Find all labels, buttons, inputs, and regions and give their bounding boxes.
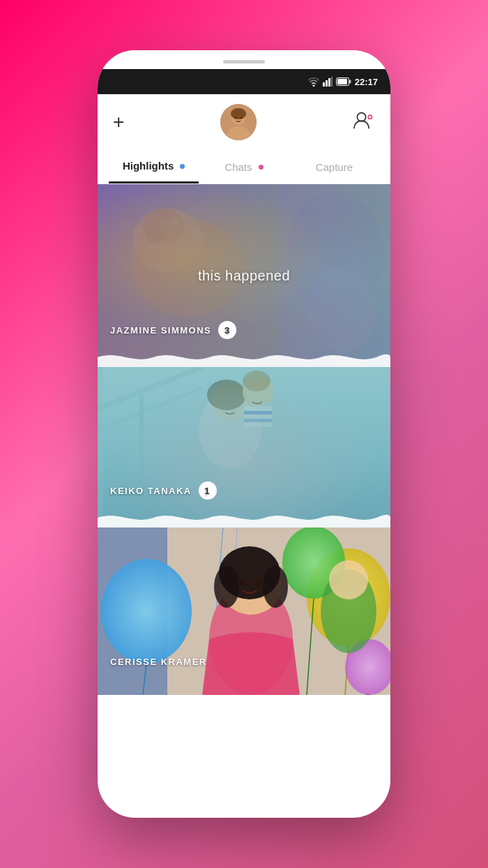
- svg-rect-5: [349, 80, 351, 84]
- svg-point-57: [255, 581, 261, 586]
- status-bar: 22:17: [98, 69, 390, 94]
- story-card-keiko[interactable]: KEIKO TANAKA 1: [98, 367, 390, 527]
- svg-rect-3: [331, 77, 333, 87]
- tabs-bar: Highlights Chats Capture: [98, 150, 390, 184]
- wifi-icon: [308, 77, 319, 87]
- tab-chats[interactable]: Chats: [199, 151, 289, 183]
- svg-rect-2: [328, 78, 330, 87]
- story-count-keiko: 1: [199, 481, 217, 500]
- svg-point-55: [263, 566, 288, 608]
- story-image-3: [98, 527, 390, 695]
- svg-point-11: [235, 117, 237, 119]
- add-button[interactable]: +: [113, 111, 124, 133]
- wavy-divider-2: [98, 508, 390, 527]
- svg-point-13: [357, 113, 365, 121]
- svg-point-59: [329, 560, 368, 599]
- svg-rect-0: [323, 82, 325, 87]
- status-icons: 22:17: [308, 77, 378, 87]
- story-name-jazmine: JAZMINE SIMMONS: [110, 325, 211, 336]
- notch-bar: [223, 60, 265, 63]
- svg-point-56: [240, 581, 245, 586]
- add-friend-icon: [353, 111, 375, 130]
- svg-point-54: [214, 566, 239, 608]
- tab-capture[interactable]: Capture: [289, 151, 379, 183]
- highlights-feed: this happened JAZMINE SIMMONS 3: [98, 184, 390, 818]
- status-time: 22:17: [355, 77, 378, 87]
- signal-icon: [323, 77, 333, 87]
- svg-rect-1: [326, 80, 328, 87]
- this-happened-text: this happened: [198, 268, 290, 284]
- phone-frame: 22:17 +: [98, 50, 390, 818]
- avatar-image: [220, 104, 257, 140]
- story-card-cerisse[interactable]: CERISSE KRAMER: [98, 527, 390, 695]
- phone-notch: [98, 50, 390, 69]
- tab-highlights[interactable]: Highlights: [109, 150, 199, 184]
- svg-point-12: [241, 117, 243, 119]
- chats-dot: [259, 165, 264, 170]
- story-label-jazmine: JAZMINE SIMMONS 3: [110, 321, 236, 339]
- avatar[interactable]: [220, 104, 257, 140]
- wavy-divider-1: [98, 347, 390, 367]
- story-card-jazmine[interactable]: this happened JAZMINE SIMMONS 3: [98, 184, 390, 367]
- svg-point-9: [231, 108, 246, 119]
- story-name-cerisse: CERISSE KRAMER: [110, 657, 207, 667]
- svg-point-41: [101, 559, 192, 664]
- story-bg-3: [98, 527, 390, 695]
- story-count-jazmine: 3: [218, 321, 236, 339]
- story-overlay-2: [98, 367, 390, 527]
- app-header: +: [98, 94, 390, 150]
- story-label-keiko: KEIKO TANAKA 1: [110, 481, 217, 500]
- svg-rect-6: [337, 79, 347, 84]
- story-name-keiko: KEIKO TANAKA: [110, 486, 192, 496]
- highlights-dot: [180, 164, 185, 169]
- battery-icon: [336, 77, 351, 86]
- add-friend-button[interactable]: [353, 111, 375, 133]
- story-label-cerisse: CERISSE KRAMER: [110, 657, 207, 667]
